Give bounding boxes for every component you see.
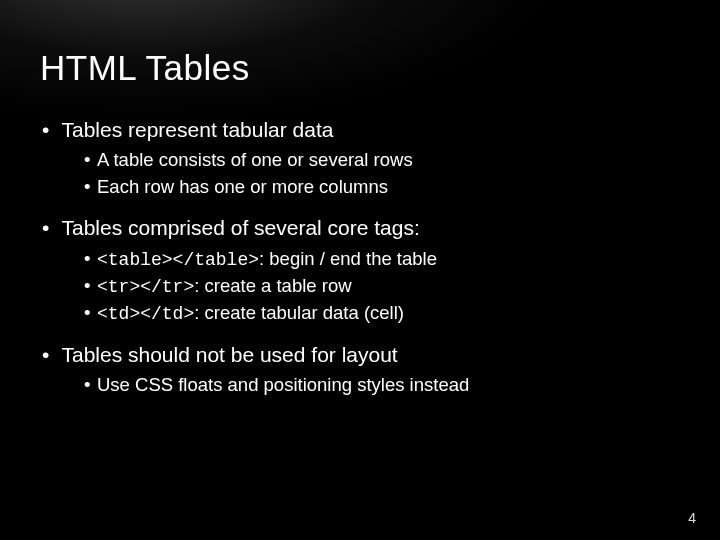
bullet-list: Tables represent tabular data A table co… [40, 116, 680, 398]
code-text: <table></table> [97, 250, 259, 270]
bullet-item: Tables should not be used for layout Use… [44, 341, 680, 398]
bullet-item: Tables comprised of several core tags: <… [44, 214, 680, 326]
sub-bullet-item: Use CSS floats and positioning styles in… [84, 373, 680, 398]
code-text: <td></td> [97, 304, 194, 324]
slide: HTML Tables Tables represent tabular dat… [0, 0, 720, 540]
sub-bullet-item: Each row has one or more columns [84, 175, 680, 200]
bullet-text: Tables represent tabular data [61, 118, 333, 141]
sub-bullet-item: <table></table>: begin / end the table [84, 247, 680, 272]
sub-bullet-list: <table></table>: begin / end the table <… [44, 247, 680, 327]
slide-title: HTML Tables [40, 48, 680, 88]
sub-bullet-text: : begin / end the table [259, 248, 437, 269]
sub-bullet-item: <tr></tr>: create a table row [84, 274, 680, 299]
sub-bullet-text: : create a table row [194, 275, 351, 296]
sub-bullet-item: A table consists of one or several rows [84, 148, 680, 173]
bullet-item: Tables represent tabular data A table co… [44, 116, 680, 200]
sub-bullet-list: Use CSS floats and positioning styles in… [44, 373, 680, 398]
sub-bullet-text: Each row has one or more columns [97, 176, 388, 197]
bullet-text: Tables should not be used for layout [61, 343, 397, 366]
sub-bullet-text: : create tabular data (cell) [194, 302, 404, 323]
page-number: 4 [688, 510, 696, 526]
sub-bullet-item: <td></td>: create tabular data (cell) [84, 301, 680, 326]
bullet-text: Tables comprised of several core tags: [61, 216, 419, 239]
sub-bullet-text: Use CSS floats and positioning styles in… [97, 374, 469, 395]
code-text: <tr></tr> [97, 277, 194, 297]
sub-bullet-text: A table consists of one or several rows [97, 149, 413, 170]
sub-bullet-list: A table consists of one or several rows … [44, 148, 680, 200]
